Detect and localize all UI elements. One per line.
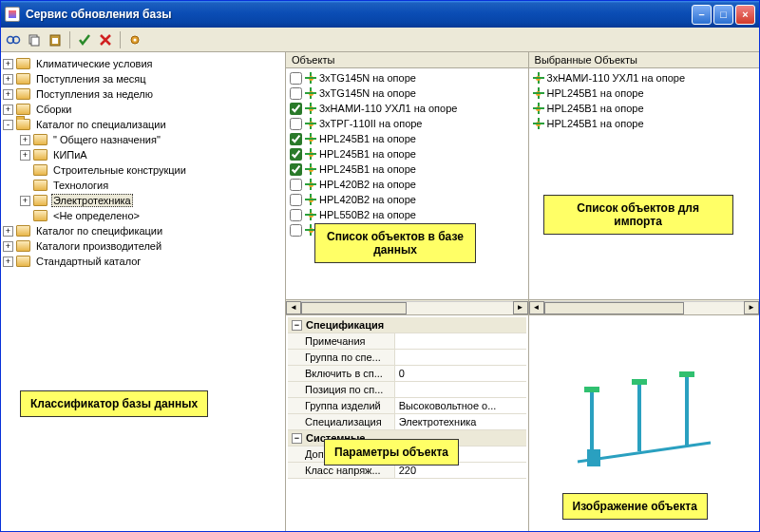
prop-row[interactable]: Позиция по сп... [288, 382, 526, 398]
object-icon [533, 87, 544, 99]
selected-object-row[interactable]: 3xНАМИ-110 УХЛ1 на опоре [531, 70, 757, 86]
folder-icon [16, 240, 30, 252]
selected-object-row[interactable]: HPL245B1 на опоре [531, 101, 757, 116]
object-checkbox[interactable] [290, 209, 302, 221]
tree-node[interactable]: +Стандартный каталог [3, 254, 283, 269]
tree-label: Климатические условия [34, 58, 155, 69]
expand-icon[interactable]: + [20, 196, 30, 206]
selected-object-row[interactable]: HPL245B1 на опоре [531, 116, 757, 131]
expand-icon[interactable]: + [3, 241, 13, 252]
collapse-icon[interactable]: − [292, 320, 302, 331]
svg-rect-13 [632, 379, 647, 385]
toolbar-separator [120, 31, 121, 48]
svg-point-7 [134, 38, 137, 41]
paste-icon[interactable] [47, 31, 64, 48]
object-label: HPL245B1 на опоре [547, 103, 644, 114]
prop-key: Группа по спе... [288, 350, 395, 365]
object-row[interactable]: 3xТРГ-110II на опоре [288, 116, 526, 131]
object-checkbox[interactable] [290, 72, 302, 85]
object-checkbox[interactable] [290, 163, 302, 176]
tree-node[interactable]: +Электротехника [3, 193, 283, 208]
callout-objects: Список объектов в базе данных [314, 223, 476, 263]
tree-node[interactable]: +Сборки [3, 102, 283, 117]
close-button[interactable]: × [735, 5, 755, 25]
expand-icon[interactable]: + [3, 226, 13, 237]
object-row[interactable]: HPL420B2 на опоре [288, 177, 526, 192]
object-icon [305, 148, 316, 160]
tree-node[interactable]: +Климатические условия [3, 56, 283, 71]
prop-row[interactable]: СпециализацияЭлектротехника [288, 414, 526, 430]
prop-row[interactable]: Группа изделийВысоковольтное о... [288, 398, 526, 414]
gear-icon[interactable] [126, 31, 143, 48]
selected-object-row[interactable]: HPL245B1 на опоре [531, 86, 757, 101]
object-label: HPL245B1 на опоре [319, 163, 416, 175]
prop-value[interactable] [395, 333, 526, 349]
tree-node[interactable]: Технология [3, 178, 283, 193]
prop-group-header[interactable]: −Спецификация [288, 317, 526, 333]
scroll-left-icon[interactable]: ◄ [286, 301, 301, 314]
object-row[interactable]: 3xНАМИ-110 УХЛ1 на опоре [288, 101, 526, 116]
callout-preview: Изображение объекта [562, 493, 708, 520]
delete-icon[interactable] [97, 31, 114, 48]
expand-icon[interactable]: + [20, 150, 30, 161]
object-row[interactable]: HPL550B2 на опоре [288, 207, 526, 222]
expand-icon[interactable]: + [3, 256, 13, 267]
copy-icon[interactable] [26, 31, 43, 48]
tree-node[interactable]: +Каталоги производителей [3, 238, 283, 254]
tree-node[interactable]: <Не определено> [3, 208, 283, 223]
object-row[interactable]: HPL245B1 на опоре [288, 146, 526, 162]
object-row[interactable]: HPL245B1 на опоре [288, 131, 526, 146]
scroll-left-icon[interactable]: ◄ [529, 301, 544, 314]
prop-row[interactable]: Включить в сп...0 [288, 366, 526, 382]
object-checkbox[interactable] [290, 118, 302, 130]
object-checkbox[interactable] [290, 224, 302, 237]
object-checkbox[interactable] [290, 194, 302, 206]
expand-icon[interactable]: + [20, 135, 30, 145]
folder-icon [16, 256, 30, 267]
object-checkbox[interactable] [290, 179, 302, 191]
scroll-right-icon[interactable]: ► [513, 301, 528, 314]
prop-value[interactable]: Высоковольтное о... [395, 398, 526, 413]
tree-node[interactable]: -Каталог по специализации [3, 117, 283, 132]
expand-icon[interactable]: + [3, 74, 13, 85]
collapse-icon[interactable]: − [292, 433, 302, 444]
object-row[interactable]: 3xTG145N на опоре [288, 70, 526, 86]
prop-value[interactable]: Электротехника [395, 414, 526, 429]
objects-hscroll[interactable]: ◄ ► [286, 299, 528, 314]
object-row[interactable]: HPL420B2 на опоре [288, 192, 526, 207]
prop-value[interactable] [395, 382, 526, 397]
tree-node[interactable]: +" Общего назначения" [3, 132, 283, 147]
expand-icon[interactable]: + [3, 59, 13, 69]
prop-value[interactable]: 0 [395, 366, 526, 381]
prop-row[interactable]: Примечания [288, 333, 526, 350]
object-checkbox[interactable] [290, 87, 302, 100]
object-checkbox[interactable] [290, 103, 302, 115]
prop-row[interactable]: Группа по спе... [288, 350, 526, 366]
object-row[interactable]: 3xTG145N на опоре [288, 86, 526, 101]
object-row[interactable]: HPL245B1 на опоре [288, 162, 526, 177]
prop-value[interactable] [395, 350, 526, 365]
binoculars-icon[interactable] [5, 31, 22, 48]
minimize-button[interactable]: – [692, 5, 712, 25]
maximize-button[interactable]: □ [713, 5, 733, 25]
selected-list[interactable]: 3xНАМИ-110 УХЛ1 на опореHPL245B1 на опор… [529, 68, 759, 299]
scroll-right-icon[interactable]: ► [744, 301, 759, 314]
objects-list[interactable]: 3xTG145N на опоре3xTG145N на опоре3xНАМИ… [286, 68, 528, 299]
tree[interactable]: +Климатические условия+Поступления за ме… [1, 52, 285, 531]
expand-icon[interactable]: + [3, 89, 13, 100]
tree-node[interactable]: +КИПиА [3, 147, 283, 162]
object-checkbox[interactable] [290, 148, 302, 161]
tree-node[interactable]: +Поступления за месяц [3, 71, 283, 86]
right-bottom: −СпецификацияПримечанияГруппа по спе...В… [286, 315, 759, 531]
object-checkbox[interactable] [290, 133, 302, 145]
tree-node[interactable]: +Поступления за неделю [3, 86, 283, 102]
expand-icon[interactable]: + [3, 104, 13, 115]
object-icon [305, 209, 316, 220]
properties-grid[interactable]: −СпецификацияПримечанияГруппа по спе...В… [286, 315, 528, 531]
tree-panel: +Климатические условия+Поступления за ме… [1, 52, 286, 531]
tree-node[interactable]: Строительные конструкции [3, 162, 283, 178]
collapse-icon[interactable]: - [3, 120, 13, 130]
tree-node[interactable]: +Каталог по спецификации [3, 223, 283, 238]
mark-icon[interactable] [76, 31, 93, 48]
selected-hscroll[interactable]: ◄ ► [529, 299, 759, 314]
